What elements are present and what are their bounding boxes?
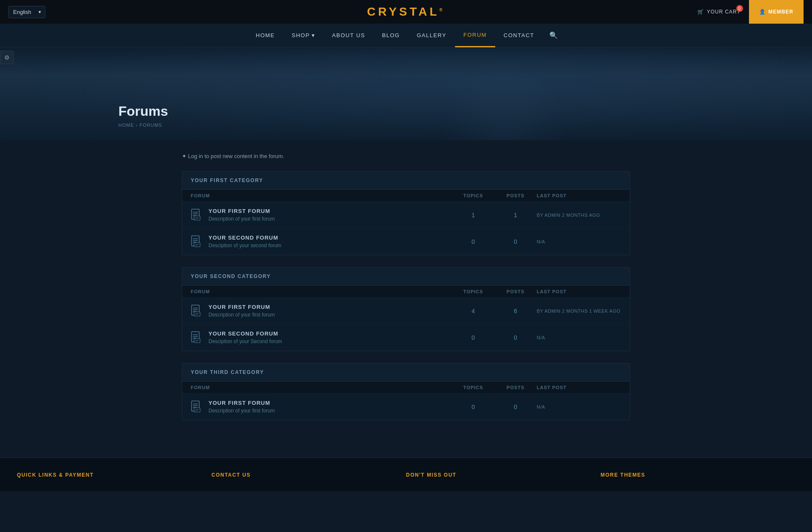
forum-name-0-0[interactable]: YOUR FIRST FORUM — [208, 208, 275, 214]
forum-lastpost-0-0: BY ADMIN 2 MONTHS AGO — [537, 213, 621, 218]
forum-name-0-1[interactable]: YOUR SECOND FORUM — [208, 235, 281, 241]
hero-banner: Forums HOME › FORUMS — [0, 47, 812, 140]
col-forum-1: FORUM — [191, 289, 452, 294]
shop-dropdown-icon: ▾ — [312, 32, 315, 38]
main-content: ✦ Log in to post new content in the foru… — [173, 140, 639, 458]
page-title: Forums — [118, 104, 168, 119]
top-bar: English French German ▼ CRYSTAL® 🛒 YOUR … — [0, 0, 812, 24]
category-header-0: YOUR FIRST CATEGORY — [182, 172, 630, 189]
forum-row-0-1[interactable]: YOUR SECOND FORUM Desciption of your sec… — [182, 228, 630, 255]
forum-posts-2-0: 0 — [494, 404, 537, 410]
forum-desc-1-0: Description of your first forum — [208, 312, 275, 318]
svg-rect-7 — [194, 338, 200, 343]
settings-gear[interactable]: ⚙ — [0, 51, 14, 64]
forum-categories: YOUR FIRST CATEGORY FORUM TOPICS POSTS L… — [182, 171, 630, 420]
forum-category-0: YOUR FIRST CATEGORY FORUM TOPICS POSTS L… — [182, 171, 630, 255]
forum-doc-icon — [191, 235, 203, 249]
forum-lastpost-1-1: n/a — [537, 335, 621, 340]
forum-topics-1-0: 4 — [452, 308, 494, 314]
member-button[interactable]: 👤 MEMBER — [749, 0, 804, 24]
logo-text: CRYSTAL® — [367, 5, 445, 18]
forum-desc-0-1: Desciption of your second forum — [208, 243, 281, 248]
forum-doc-icon — [191, 401, 203, 414]
hero-content: Forums HOME › FORUMS — [0, 104, 168, 128]
logo-trademark: ® — [439, 8, 445, 12]
cart-badge: 0 — [736, 5, 743, 12]
forum-text-1-0: YOUR FIRST FORUM Description of your fir… — [208, 304, 275, 318]
nav-forum[interactable]: FORUM — [455, 24, 495, 47]
hero-silhouette — [442, 56, 568, 140]
col-lastpost-2: LAST POST — [537, 385, 621, 390]
col-topics-0: TOPICS — [452, 193, 494, 198]
forum-desc-1-1: Desciption of your Second forum — [208, 338, 282, 344]
forum-info-2-0: YOUR FIRST FORUM Description of your fir… — [191, 400, 452, 414]
breadcrumb-separator: › — [136, 123, 138, 128]
breadcrumb: HOME › FORUMS — [118, 123, 168, 128]
nav-about-us[interactable]: ABOUT US — [324, 24, 373, 47]
cart-button[interactable]: 🛒 YOUR CART 0 — [689, 0, 749, 24]
forum-text-0-0: YOUR FIRST FORUM Description of your fir… — [208, 208, 275, 222]
breadcrumb-home[interactable]: HOME — [118, 123, 134, 128]
forum-info-1-0: YOUR FIRST FORUM Description of your fir… — [191, 304, 452, 318]
forum-table-header-0: FORUM TOPICS POSTS LAST POST — [182, 189, 630, 202]
breadcrumb-current: FORUMS — [140, 123, 162, 128]
forum-lastpost-2-0: n/a — [537, 404, 621, 409]
forum-name-1-1[interactable]: YOUR SECOND FORUM — [208, 330, 282, 337]
nav-contact[interactable]: CONTACT — [495, 24, 543, 47]
forum-info-0-0: YOUR FIRST FORUM Description of your fir… — [191, 208, 452, 222]
svg-rect-5 — [194, 312, 200, 316]
forum-name-2-0[interactable]: YOUR FIRST FORUM — [208, 400, 275, 406]
col-lastpost-0: LAST POST — [537, 193, 621, 198]
nav-shop[interactable]: SHOP ▾ — [283, 24, 324, 47]
member-label: MEMBER — [768, 9, 793, 15]
forum-topics-0-0: 1 — [452, 212, 494, 218]
cart-icon: 🛒 — [697, 9, 704, 15]
forum-doc-icon — [191, 209, 203, 222]
language-select[interactable]: English French German — [8, 6, 45, 18]
forum-row-0-0[interactable]: YOUR FIRST FORUM Description of your fir… — [182, 202, 630, 228]
footer-quick-links-title[interactable]: QUICK LINKS & PAYMENT — [17, 472, 94, 478]
forum-name-1-0[interactable]: YOUR FIRST FORUM — [208, 304, 275, 310]
col-forum-0: FORUM — [191, 193, 452, 198]
forum-table-header-1: FORUM TOPICS POSTS LAST POST — [182, 285, 630, 297]
language-selector[interactable]: English French German ▼ — [8, 6, 45, 18]
category-header-1: YOUR SECOND CATEGORY — [182, 267, 630, 285]
forum-posts-1-1: 0 — [494, 334, 537, 341]
forum-row-2-0[interactable]: YOUR FIRST FORUM Description of your fir… — [182, 393, 630, 420]
forum-category-2: YOUR THIRD CATEGORY FORUM TOPICS POSTS L… — [182, 363, 630, 420]
footer-newsletter-title[interactable]: DON'T MISS OUT — [406, 472, 456, 478]
logo[interactable]: CRYSTAL® — [367, 5, 445, 19]
forum-posts-0-1: 0 — [494, 238, 537, 245]
col-posts-1: POSTS — [494, 289, 537, 294]
footer-section-contact: CONTACT US — [211, 471, 406, 478]
forum-row-1-0[interactable]: YOUR FIRST FORUM Description of your fir… — [182, 297, 630, 324]
forum-desc-0-0: Description of your first forum — [208, 216, 275, 222]
footer-themes-title[interactable]: MORE THEMES — [601, 472, 645, 478]
col-posts-0: POSTS — [494, 193, 537, 198]
forum-lastpost-1-0: BY ADMIN 2 MONTHS 1 WEEK AGO — [537, 308, 621, 314]
footer-contact-title[interactable]: CONTACT US — [211, 472, 251, 478]
forum-row-1-1[interactable]: YOUR SECOND FORUM Desciption of your Sec… — [182, 324, 630, 351]
footer: QUICK LINKS & PAYMENT CONTACT US DON'T M… — [0, 458, 812, 491]
nav-blog[interactable]: BLOG — [373, 24, 408, 47]
nav-home[interactable]: HOME — [247, 24, 283, 47]
svg-rect-9 — [194, 408, 200, 412]
forum-topics-1-1: 0 — [452, 334, 494, 341]
col-forum-2: FORUM — [191, 385, 452, 390]
forum-topics-2-0: 0 — [452, 404, 494, 410]
forum-posts-1-0: 6 — [494, 308, 537, 314]
forum-text-2-0: YOUR FIRST FORUM Description of your fir… — [208, 400, 275, 414]
forum-info-1-1: YOUR SECOND FORUM Desciption of your Sec… — [191, 330, 452, 345]
forum-lastpost-0-1: n/a — [537, 239, 621, 244]
nav-gallery[interactable]: GALLERY — [408, 24, 455, 47]
search-icon[interactable]: 🔍 — [543, 24, 565, 47]
forum-topics-0-1: 0 — [452, 238, 494, 245]
cart-label: YOUR CART — [707, 9, 740, 15]
forum-posts-0-0: 1 — [494, 212, 537, 218]
login-notice: ✦ Log in to post new content in the foru… — [182, 153, 630, 159]
footer-section-quick-links: QUICK LINKS & PAYMENT — [17, 471, 211, 478]
category-header-2: YOUR THIRD CATEGORY — [182, 363, 630, 381]
forum-info-0-1: YOUR SECOND FORUM Desciption of your sec… — [191, 235, 452, 249]
col-topics-2: TOPICS — [452, 385, 494, 390]
forum-doc-icon — [191, 305, 203, 318]
